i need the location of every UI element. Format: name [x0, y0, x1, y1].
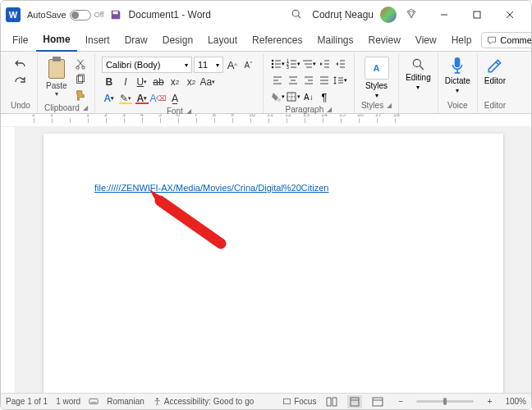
comments-label: Comments: [500, 35, 532, 45]
tab-view[interactable]: View: [409, 30, 443, 51]
svg-line-52: [420, 66, 424, 70]
svg-line-1: [298, 16, 300, 18]
font-name-combo[interactable]: Calibri (Body)▾: [102, 57, 192, 73]
grow-font-button[interactable]: A^: [225, 57, 240, 72]
shrink-font-button[interactable]: A˅: [241, 57, 256, 72]
line-spacing-button[interactable]: ▾: [332, 73, 347, 88]
justify-button[interactable]: [317, 73, 332, 88]
vertical-ruler[interactable]: [1, 127, 16, 394]
change-case-button[interactable]: Aa▾: [200, 75, 215, 89]
char-border-button[interactable]: A̲: [167, 91, 182, 106]
redo-button[interactable]: [13, 73, 28, 88]
clear-format-button[interactable]: A⌫: [151, 91, 166, 106]
tab-references[interactable]: References: [245, 30, 309, 51]
save-button[interactable]: [109, 8, 122, 21]
tab-design[interactable]: Design: [156, 30, 200, 51]
bold-button[interactable]: B: [102, 75, 117, 89]
italic-button[interactable]: I: [118, 75, 133, 89]
tab-insert[interactable]: Insert: [79, 30, 117, 51]
tab-file[interactable]: File: [6, 30, 34, 51]
group-label-clipboard: Clipboard: [44, 103, 80, 112]
underline-button[interactable]: U▾: [135, 75, 149, 89]
comments-button[interactable]: Comments ▾: [481, 32, 532, 48]
svg-rect-53: [455, 57, 461, 67]
autosave-toggle[interactable]: AutoSave Off: [27, 10, 104, 20]
status-language[interactable]: Romanian: [107, 397, 144, 406]
group-editor: Editor Editor: [478, 53, 512, 113]
align-center-button[interactable]: [286, 73, 300, 88]
horizontal-ruler[interactable]: 21 12 345 678 91011 121314 151617 18: [1, 114, 531, 127]
multilevel-button[interactable]: ▾: [301, 57, 316, 71]
toggle-icon: [70, 10, 91, 20]
highlight-button[interactable]: ✎▾: [118, 91, 133, 106]
undo-button[interactable]: [13, 57, 28, 71]
title-bar: W AutoSave Off Document1 - Word Codruț N…: [1, 1, 531, 29]
svg-point-57: [156, 398, 158, 399]
print-layout-button[interactable]: [347, 395, 362, 408]
tab-mailings[interactable]: Mailings: [310, 30, 360, 51]
align-left-button[interactable]: [270, 73, 285, 88]
zoom-out-button[interactable]: −: [393, 395, 408, 408]
svg-point-14: [272, 66, 273, 68]
tab-layout[interactable]: Layout: [201, 30, 244, 51]
document-page[interactable]: file://///ZENWIFI-AX/Media/Movies/Crina/…: [44, 134, 503, 396]
paste-icon: [44, 57, 69, 81]
text-effects-button[interactable]: A▾: [102, 91, 117, 106]
status-text-predict-icon[interactable]: [89, 396, 99, 408]
user-name[interactable]: Codruț Neagu: [312, 9, 374, 20]
align-right-button[interactable]: [301, 73, 316, 88]
read-mode-button[interactable]: [324, 395, 339, 408]
zoom-in-button[interactable]: +: [482, 395, 497, 408]
autosave-state: Off: [94, 11, 104, 19]
strikethrough-button[interactable]: ab: [151, 75, 166, 89]
shading-button[interactable]: ▾: [270, 89, 285, 104]
borders-button[interactable]: ▾: [286, 89, 300, 104]
editor-button[interactable]: [486, 57, 504, 75]
status-words[interactable]: 1 word: [56, 397, 80, 406]
close-button[interactable]: [493, 3, 526, 26]
tab-review[interactable]: Review: [362, 30, 407, 51]
cut-button[interactable]: [73, 57, 88, 71]
group-styles: A Styles ▾ Styles◢: [355, 53, 399, 113]
font-size-combo[interactable]: 11▾: [194, 57, 223, 73]
superscript-button[interactable]: x2: [184, 75, 199, 89]
font-color-button[interactable]: A▾: [135, 91, 149, 106]
group-paragraph: ▾ 123▾ ▾ ▾ ▾ ▾ A↓ ¶ Paragraph◢: [264, 53, 355, 113]
minimize-button[interactable]: [428, 3, 461, 26]
ribbon: Undo Paste ▾ Clipboard◢ Calibri (Body)▾ …: [1, 52, 531, 114]
copy-button[interactable]: [73, 72, 88, 87]
status-focus[interactable]: Focus: [282, 397, 316, 406]
find-button[interactable]: [410, 57, 425, 71]
zoom-slider[interactable]: [416, 400, 474, 403]
premium-icon[interactable]: [405, 7, 418, 22]
clipboard-launcher[interactable]: ◢: [83, 104, 88, 112]
sort-button[interactable]: A↓: [301, 89, 316, 104]
styles-gallery[interactable]: A: [365, 57, 389, 80]
web-layout-button[interactable]: [370, 395, 385, 408]
paste-button[interactable]: Paste ▾: [44, 57, 69, 98]
user-avatar[interactable]: [380, 7, 397, 23]
word-app-icon: W: [6, 7, 21, 22]
status-accessibility[interactable]: Accessibility: Good to go: [153, 397, 255, 406]
increase-indent-button[interactable]: [332, 57, 347, 71]
paragraph-launcher[interactable]: ◢: [327, 106, 332, 113]
svg-point-0: [292, 10, 299, 16]
tab-help[interactable]: Help: [445, 30, 479, 51]
subscript-button[interactable]: x2: [167, 75, 182, 89]
maximize-button[interactable]: [461, 3, 493, 26]
decrease-indent-button[interactable]: [317, 57, 332, 71]
tab-draw[interactable]: Draw: [118, 30, 154, 51]
group-clipboard: Paste ▾ Clipboard◢: [38, 53, 95, 113]
search-button[interactable]: [291, 8, 302, 21]
document-hyperlink[interactable]: file://///ZENWIFI-AX/Media/Movies/Crina/…: [94, 183, 328, 193]
status-page[interactable]: Page 1 of 1: [6, 397, 48, 406]
format-painter-button[interactable]: [73, 88, 88, 102]
font-launcher[interactable]: ◢: [186, 107, 191, 115]
tab-home[interactable]: Home: [36, 30, 76, 52]
zoom-level[interactable]: 100%: [505, 397, 526, 406]
bullets-button[interactable]: ▾: [270, 57, 285, 71]
styles-launcher[interactable]: ◢: [387, 102, 392, 109]
numbering-button[interactable]: 123▾: [286, 57, 300, 71]
show-marks-button[interactable]: ¶: [317, 89, 332, 104]
dictate-button[interactable]: [448, 57, 466, 75]
